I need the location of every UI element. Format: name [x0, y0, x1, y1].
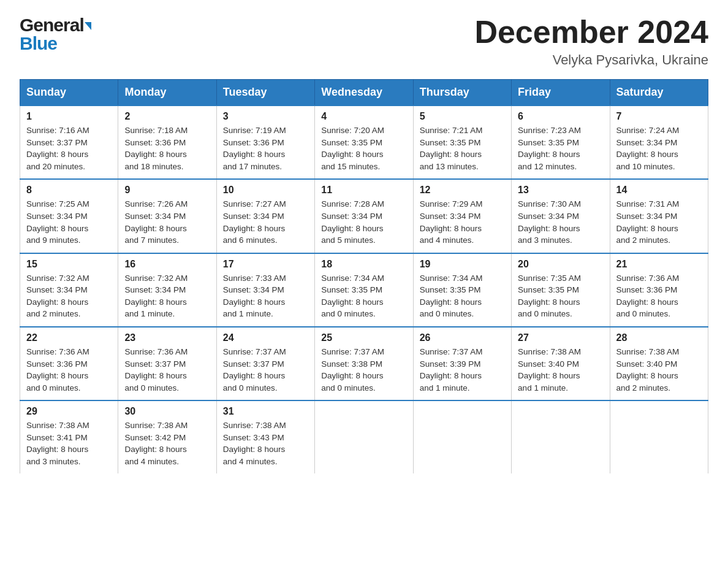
- day-number-2: 2: [124, 111, 210, 122]
- empty-cell-w5d5: [512, 400, 610, 473]
- day-number-7: 7: [616, 111, 702, 122]
- day-cell-26: 26Sunrise: 7:37 AM Sunset: 3:39 PM Dayli…: [413, 327, 511, 400]
- month-title: December 2024: [474, 15, 708, 50]
- day-cell-16: 16Sunrise: 7:32 AM Sunset: 3:34 PM Dayli…: [118, 253, 216, 327]
- day-cell-29: 29Sunrise: 7:38 AM Sunset: 3:41 PM Dayli…: [20, 400, 118, 473]
- day-cell-27: 27Sunrise: 7:38 AM Sunset: 3:40 PM Dayli…: [512, 327, 610, 400]
- day-info-24: Sunrise: 7:37 AM Sunset: 3:37 PM Dayligh…: [223, 346, 308, 394]
- week-row-4: 22Sunrise: 7:36 AM Sunset: 3:36 PM Dayli…: [20, 327, 708, 400]
- day-number-21: 21: [616, 259, 702, 270]
- day-info-29: Sunrise: 7:38 AM Sunset: 3:41 PM Dayligh…: [26, 419, 112, 467]
- location: Velyka Pysarivka, Ukraine: [474, 52, 708, 68]
- day-cell-6: 6Sunrise: 7:23 AM Sunset: 3:35 PM Daylig…: [512, 105, 610, 179]
- day-info-12: Sunrise: 7:29 AM Sunset: 3:34 PM Dayligh…: [420, 198, 505, 246]
- header-thursday: Thursday: [413, 80, 511, 106]
- header-monday: Monday: [118, 80, 216, 106]
- day-cell-3: 3Sunrise: 7:19 AM Sunset: 3:36 PM Daylig…: [216, 105, 314, 179]
- day-cell-13: 13Sunrise: 7:30 AM Sunset: 3:34 PM Dayli…: [512, 179, 610, 253]
- day-number-18: 18: [321, 259, 406, 270]
- header-friday: Friday: [512, 80, 610, 106]
- day-cell-1: 1Sunrise: 7:16 AM Sunset: 3:37 PM Daylig…: [20, 105, 118, 179]
- day-info-10: Sunrise: 7:27 AM Sunset: 3:34 PM Dayligh…: [223, 198, 308, 246]
- day-cell-15: 15Sunrise: 7:32 AM Sunset: 3:34 PM Dayli…: [20, 253, 118, 327]
- day-cell-14: 14Sunrise: 7:31 AM Sunset: 3:34 PM Dayli…: [610, 179, 708, 253]
- day-number-20: 20: [518, 259, 603, 270]
- day-number-28: 28: [616, 332, 702, 343]
- logo: General Blue: [20, 15, 91, 54]
- day-number-10: 10: [223, 185, 308, 196]
- day-info-25: Sunrise: 7:37 AM Sunset: 3:38 PM Dayligh…: [321, 346, 406, 394]
- empty-cell-w5d4: [413, 400, 511, 473]
- header-tuesday: Tuesday: [216, 80, 314, 106]
- title-block: December 2024 Velyka Pysarivka, Ukraine: [474, 15, 708, 68]
- day-info-2: Sunrise: 7:18 AM Sunset: 3:36 PM Dayligh…: [124, 124, 210, 172]
- day-info-6: Sunrise: 7:23 AM Sunset: 3:35 PM Dayligh…: [518, 124, 603, 172]
- day-cell-25: 25Sunrise: 7:37 AM Sunset: 3:38 PM Dayli…: [315, 327, 413, 400]
- day-cell-18: 18Sunrise: 7:34 AM Sunset: 3:35 PM Dayli…: [315, 253, 413, 327]
- day-info-16: Sunrise: 7:32 AM Sunset: 3:34 PM Dayligh…: [124, 272, 210, 320]
- day-number-25: 25: [321, 332, 406, 343]
- day-number-30: 30: [124, 406, 210, 417]
- day-cell-10: 10Sunrise: 7:27 AM Sunset: 3:34 PM Dayli…: [216, 179, 314, 253]
- day-cell-28: 28Sunrise: 7:38 AM Sunset: 3:40 PM Dayli…: [610, 327, 708, 400]
- day-number-3: 3: [223, 111, 308, 122]
- day-number-22: 22: [26, 332, 112, 343]
- day-number-6: 6: [518, 111, 603, 122]
- day-cell-24: 24Sunrise: 7:37 AM Sunset: 3:37 PM Dayli…: [216, 327, 314, 400]
- day-cell-4: 4Sunrise: 7:20 AM Sunset: 3:35 PM Daylig…: [315, 105, 413, 179]
- day-number-24: 24: [223, 332, 308, 343]
- day-number-1: 1: [26, 111, 112, 122]
- day-info-28: Sunrise: 7:38 AM Sunset: 3:40 PM Dayligh…: [616, 346, 702, 394]
- day-info-15: Sunrise: 7:32 AM Sunset: 3:34 PM Dayligh…: [26, 272, 112, 320]
- day-info-4: Sunrise: 7:20 AM Sunset: 3:35 PM Dayligh…: [321, 124, 406, 172]
- day-info-18: Sunrise: 7:34 AM Sunset: 3:35 PM Dayligh…: [321, 272, 406, 320]
- day-info-3: Sunrise: 7:19 AM Sunset: 3:36 PM Dayligh…: [223, 124, 308, 172]
- day-cell-11: 11Sunrise: 7:28 AM Sunset: 3:34 PM Dayli…: [315, 179, 413, 253]
- day-info-1: Sunrise: 7:16 AM Sunset: 3:37 PM Dayligh…: [26, 124, 112, 172]
- day-cell-5: 5Sunrise: 7:21 AM Sunset: 3:35 PM Daylig…: [413, 105, 511, 179]
- week-row-5: 29Sunrise: 7:38 AM Sunset: 3:41 PM Dayli…: [20, 400, 708, 473]
- day-info-20: Sunrise: 7:35 AM Sunset: 3:35 PM Dayligh…: [518, 272, 603, 320]
- logo-line2: Blue: [20, 33, 91, 54]
- day-info-23: Sunrise: 7:36 AM Sunset: 3:37 PM Dayligh…: [124, 346, 210, 394]
- day-number-23: 23: [124, 332, 210, 343]
- day-cell-30: 30Sunrise: 7:38 AM Sunset: 3:42 PM Dayli…: [118, 400, 216, 473]
- day-info-30: Sunrise: 7:38 AM Sunset: 3:42 PM Dayligh…: [124, 419, 210, 467]
- day-info-22: Sunrise: 7:36 AM Sunset: 3:36 PM Dayligh…: [26, 346, 112, 394]
- day-cell-31: 31Sunrise: 7:38 AM Sunset: 3:43 PM Dayli…: [216, 400, 314, 473]
- header-saturday: Saturday: [610, 80, 708, 106]
- day-number-13: 13: [518, 185, 603, 196]
- day-number-14: 14: [616, 185, 702, 196]
- day-info-11: Sunrise: 7:28 AM Sunset: 3:34 PM Dayligh…: [321, 198, 406, 246]
- day-cell-19: 19Sunrise: 7:34 AM Sunset: 3:35 PM Dayli…: [413, 253, 511, 327]
- day-number-29: 29: [26, 406, 112, 417]
- day-number-17: 17: [223, 259, 308, 270]
- day-cell-21: 21Sunrise: 7:36 AM Sunset: 3:36 PM Dayli…: [610, 253, 708, 327]
- day-info-27: Sunrise: 7:38 AM Sunset: 3:40 PM Dayligh…: [518, 346, 603, 394]
- day-info-17: Sunrise: 7:33 AM Sunset: 3:34 PM Dayligh…: [223, 272, 308, 320]
- day-number-4: 4: [321, 111, 406, 122]
- header-sunday: Sunday: [20, 80, 118, 106]
- day-info-31: Sunrise: 7:38 AM Sunset: 3:43 PM Dayligh…: [223, 419, 308, 467]
- page-header: General Blue December 2024 Velyka Pysari…: [20, 15, 708, 68]
- day-info-21: Sunrise: 7:36 AM Sunset: 3:36 PM Dayligh…: [616, 272, 702, 320]
- day-info-7: Sunrise: 7:24 AM Sunset: 3:34 PM Dayligh…: [616, 124, 702, 172]
- calendar-table: SundayMondayTuesdayWednesdayThursdayFrid…: [20, 79, 708, 473]
- day-info-26: Sunrise: 7:37 AM Sunset: 3:39 PM Dayligh…: [420, 346, 505, 394]
- day-info-19: Sunrise: 7:34 AM Sunset: 3:35 PM Dayligh…: [420, 272, 505, 320]
- week-row-1: 1Sunrise: 7:16 AM Sunset: 3:37 PM Daylig…: [20, 105, 708, 179]
- day-info-5: Sunrise: 7:21 AM Sunset: 3:35 PM Dayligh…: [420, 124, 505, 172]
- day-info-13: Sunrise: 7:30 AM Sunset: 3:34 PM Dayligh…: [518, 198, 603, 246]
- day-cell-7: 7Sunrise: 7:24 AM Sunset: 3:34 PM Daylig…: [610, 105, 708, 179]
- day-number-16: 16: [124, 259, 210, 270]
- day-cell-17: 17Sunrise: 7:33 AM Sunset: 3:34 PM Dayli…: [216, 253, 314, 327]
- day-cell-9: 9Sunrise: 7:26 AM Sunset: 3:34 PM Daylig…: [118, 179, 216, 253]
- day-info-9: Sunrise: 7:26 AM Sunset: 3:34 PM Dayligh…: [124, 198, 210, 246]
- day-number-12: 12: [420, 185, 505, 196]
- day-cell-12: 12Sunrise: 7:29 AM Sunset: 3:34 PM Dayli…: [413, 179, 511, 253]
- day-cell-22: 22Sunrise: 7:36 AM Sunset: 3:36 PM Dayli…: [20, 327, 118, 400]
- empty-cell-w5d6: [610, 400, 708, 473]
- day-number-11: 11: [321, 185, 406, 196]
- weekday-header-row: SundayMondayTuesdayWednesdayThursdayFrid…: [20, 80, 708, 106]
- day-number-31: 31: [223, 406, 308, 417]
